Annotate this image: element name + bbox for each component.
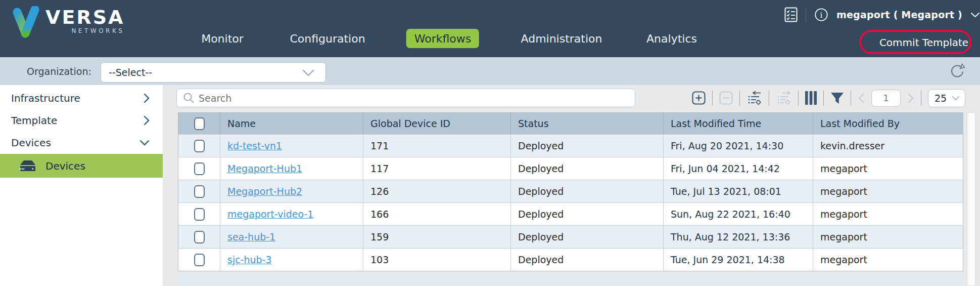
brand-name: VERSA [45, 6, 124, 28]
col-header-status[interactable]: Status [511, 113, 664, 135]
sidebar-subitem-devices-active[interactable]: Devices [0, 154, 163, 178]
organization-label: Organization: [27, 66, 91, 77]
col-header-last-modified-time[interactable]: Last Modified Time [664, 113, 813, 135]
header-divider [806, 8, 806, 21]
row-checkbox[interactable] [194, 208, 205, 221]
tab-analytics[interactable]: Analytics [646, 29, 697, 48]
sidebar: Infrastructure Template Devices [0, 85, 163, 286]
tab-workflows[interactable]: Workflows [406, 29, 479, 48]
chevron-down-icon[interactable] [970, 12, 980, 18]
sidebar-item-infrastructure[interactable]: Infrastructure [0, 87, 163, 109]
devices-table: Name Global Device ID Status Last Modifi… [178, 112, 963, 271]
chevron-down-icon [139, 140, 150, 146]
export-template-button[interactable] [776, 91, 791, 106]
sidebar-item-template[interactable]: Template [0, 109, 163, 132]
table-row: megaport-video-1 166 Deployed Sun, Aug 2… [178, 203, 963, 226]
commit-template-button[interactable]: Commit Template [879, 36, 968, 49]
table-row: sjc-hub-3 103 Deployed Tue, Jun 29 2021,… [178, 249, 963, 271]
chevron-down-icon [302, 69, 314, 76]
table-row: sea-hub-1 159 Deployed Thu, Aug 12 2021,… [178, 226, 963, 249]
svg-text:i: i [820, 11, 823, 20]
refresh-button[interactable] [949, 63, 965, 79]
select-all-checkbox[interactable] [194, 117, 205, 130]
task-list-icon[interactable] [784, 7, 798, 22]
grid-toolbar: 1 25 [692, 89, 965, 107]
toolbar-divider [921, 91, 921, 106]
col-header-global-device-id[interactable]: Global Device ID [363, 113, 511, 135]
tab-monitor[interactable]: Monitor [201, 29, 244, 48]
vertical-scrollbar[interactable] [967, 112, 975, 286]
device-link[interactable]: sjc-hub-3 [227, 254, 272, 265]
device-link[interactable]: Megaport-Hub2 [227, 186, 302, 197]
organization-selected-value: --Select-- [109, 67, 152, 78]
versa-director-window: VERSA NETWORKS Monitor Configuration Wor… [0, 0, 980, 286]
search-input[interactable] [199, 93, 635, 104]
info-icon[interactable]: i [814, 8, 828, 22]
toolbar-divider [712, 91, 713, 106]
device-link[interactable]: megaport-video-1 [227, 209, 313, 220]
col-header-last-modified-by[interactable]: Last Modified By [813, 113, 963, 135]
toolbar-divider [823, 91, 824, 106]
table-row: Megaport-Hub2 126 Deployed Tue, Jul 13 2… [178, 180, 963, 203]
col-header-name[interactable]: Name [220, 113, 363, 135]
toolbar-divider [739, 91, 740, 106]
row-checkbox[interactable] [194, 140, 205, 152]
toolbar-divider [851, 91, 851, 106]
search-icon [183, 92, 195, 104]
table-row: kd-test-vn1 171 Deployed Fri, Aug 20 202… [178, 135, 963, 157]
add-button[interactable] [692, 91, 706, 105]
brand-sub: NETWORKS [45, 27, 124, 34]
tab-configuration[interactable]: Configuration [290, 29, 365, 48]
prev-page-button[interactable] [858, 93, 865, 104]
device-link[interactable]: sea-hub-1 [227, 231, 275, 242]
organization-select[interactable]: --Select-- [101, 62, 326, 83]
columns-icon[interactable] [805, 91, 817, 105]
user-menu[interactable]: megaport ( Megaport ) [836, 9, 962, 20]
main-content: 1 25 Name [163, 85, 980, 286]
remove-button[interactable] [719, 91, 733, 105]
sidebar-subitem-label: Devices [45, 160, 85, 172]
row-checkbox[interactable] [194, 254, 205, 266]
search-box [176, 89, 635, 107]
versa-logo: VERSA NETWORKS [11, 6, 124, 39]
device-link[interactable]: kd-test-vn1 [227, 140, 282, 151]
page-size-value: 25 [935, 93, 947, 104]
toolbar-divider [769, 91, 769, 106]
chevron-right-icon [144, 115, 150, 126]
row-checkbox[interactable] [194, 162, 205, 175]
table-footer-area [178, 273, 963, 286]
chevron-right-icon [144, 93, 150, 103]
row-checkbox[interactable] [194, 185, 205, 198]
organization-bar: Organization: --Select-- [0, 57, 980, 85]
sidebar-item-devices[interactable]: Devices [0, 132, 163, 154]
versa-logo-icon [11, 6, 40, 39]
page-size-select[interactable]: 25 [928, 89, 965, 107]
table-header-row: Name Global Device ID Status Last Modifi… [178, 113, 963, 135]
device-link[interactable]: Megaport-Hub1 [227, 163, 302, 174]
next-page-button[interactable] [907, 93, 914, 104]
appliance-icon [19, 160, 36, 172]
table-row: Megaport-Hub1 117 Deployed Fri, Jun 04 2… [178, 157, 963, 180]
app-header: VERSA NETWORKS Monitor Configuration Wor… [0, 0, 980, 57]
row-checkbox[interactable] [194, 231, 205, 243]
toolbar-divider [798, 91, 799, 106]
import-template-button[interactable] [746, 91, 762, 106]
chevron-down-icon [952, 96, 960, 101]
page-number-input[interactable]: 1 [871, 90, 901, 107]
tab-administration[interactable]: Administration [521, 29, 602, 48]
filter-icon[interactable] [830, 92, 844, 104]
